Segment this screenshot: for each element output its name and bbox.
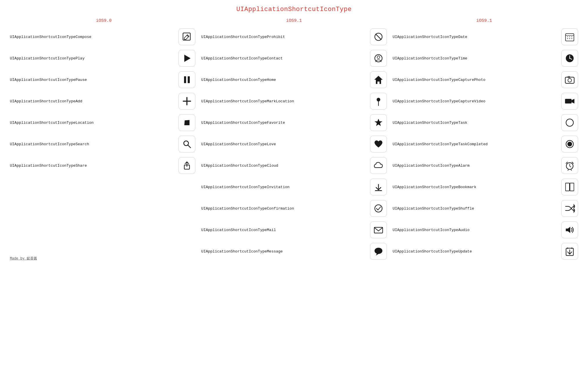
- message-icon: [370, 243, 387, 260]
- mail-icon: [370, 221, 387, 238]
- icon-label: UIApplicationShortcutIconTypeShuffle: [393, 206, 559, 211]
- svg-rect-52: [566, 183, 570, 191]
- svg-point-38: [568, 79, 572, 82]
- icon-label: UIApplicationShortcutIconTypeAudio: [393, 228, 559, 232]
- list-item: UIApplicationShortcutIconTypePause: [9, 69, 199, 90]
- svg-marker-41: [571, 99, 574, 103]
- list-item: UIApplicationShortcutIconTypeTime: [389, 48, 579, 69]
- svg-point-30: [567, 38, 568, 39]
- icon-label: UIApplicationShortcutIconTypeConfirmatio…: [201, 206, 367, 211]
- marklocation-icon: [370, 93, 387, 110]
- taskcompleted-icon: [561, 136, 578, 152]
- svg-rect-2: [184, 76, 186, 83]
- icon-label: UIApplicationShortcutIconTypeCompose: [10, 35, 176, 39]
- svg-point-31: [569, 38, 570, 39]
- icon-label: UIApplicationShortcutIconTypeSearch: [10, 142, 176, 146]
- audio-icon: [561, 221, 578, 238]
- svg-point-27: [567, 37, 568, 37]
- svg-point-32: [571, 38, 572, 39]
- favorite-icon: [370, 114, 387, 131]
- list-item: UIApplicationShortcutIconTypeBookmark: [389, 176, 579, 198]
- svg-point-14: [377, 56, 380, 59]
- page-title: UIApplicationShortcutIconType: [9, 6, 579, 13]
- location-icon: [178, 114, 195, 131]
- icon-label: UIApplicationShortcutIconTypeBookmark: [393, 185, 559, 189]
- col3-header: iOS9.1: [389, 18, 579, 23]
- list-item: UIApplicationShortcutIconTypeAdd: [9, 90, 199, 112]
- list-item: UIApplicationShortcutIconTypeContact: [199, 48, 389, 69]
- column-ios90: iOS9.0 UIApplicationShortcutIconTypeComp…: [9, 18, 199, 262]
- col2-header: iOS9.1: [199, 18, 389, 23]
- home-icon: [370, 71, 387, 88]
- icon-label: UIApplicationShortcutIconTypeAlarm: [393, 163, 559, 168]
- list-item: UIApplicationShortcutIconTypeMessage: [199, 241, 389, 262]
- icon-label: UIApplicationShortcutIconTypeTaskComplet…: [393, 142, 559, 146]
- svg-line-49: [572, 162, 573, 163]
- pause-icon: [178, 71, 195, 88]
- confirmation-icon: [370, 200, 387, 217]
- list-item: UIApplicationShortcutIconTypeProhibit: [199, 26, 389, 48]
- list-item: UIApplicationShortcutIconTypeMail: [199, 219, 389, 241]
- svg-point-44: [567, 142, 572, 146]
- svg-line-50: [568, 170, 569, 170]
- made-by-label: Made by 蚁香酱: [10, 256, 37, 261]
- list-item: UIApplicationShortcutIconTypeFavorite: [199, 112, 389, 133]
- svg-point-42: [566, 119, 573, 126]
- prohibit-icon: [370, 28, 387, 45]
- alarm-icon: [561, 157, 578, 174]
- search-icon: [178, 136, 195, 152]
- svg-point-28: [569, 37, 570, 37]
- svg-marker-18: [374, 119, 382, 126]
- list-item: UIApplicationShortcutIconTypeShare: [9, 155, 199, 176]
- list-item: UIApplicationShortcutIconTypeTask: [389, 112, 579, 133]
- icon-label: UIApplicationShortcutIconTypeMarkLocatio…: [201, 99, 367, 103]
- date-icon: [561, 28, 578, 45]
- columns-wrapper: iOS9.0 UIApplicationShortcutIconTypeComp…: [9, 18, 579, 262]
- list-item: UIApplicationShortcutIconTypeCompose: [9, 26, 199, 48]
- list-item: UIApplicationShortcutIconTypeCaptureVide…: [389, 90, 579, 112]
- icon-label: UIApplicationShortcutIconTypeMessage: [201, 249, 367, 254]
- icon-label: UIApplicationShortcutIconTypePlay: [10, 56, 176, 61]
- col1-header: iOS9.0: [9, 18, 199, 23]
- icon-label: UIApplicationShortcutIconTypeInvitation: [201, 185, 367, 189]
- icon-label: UIApplicationShortcutIconTypeCloud: [201, 163, 367, 168]
- icon-label: UIApplicationShortcutIconTypeTask: [393, 121, 559, 125]
- icon-label: UIApplicationShortcutIconTypeContact: [201, 56, 367, 61]
- capturevideo-icon: [561, 93, 578, 110]
- list-item: UIApplicationShortcutIconTypeInvitation: [199, 176, 389, 198]
- icon-label: UIApplicationShortcutIconTypeCaptureVide…: [393, 99, 559, 103]
- contact-icon: [370, 50, 387, 67]
- list-item: UIApplicationShortcutIconTypeMarkLocatio…: [199, 90, 389, 112]
- list-item: UIApplicationShortcutIconTypeLocation: [9, 112, 199, 133]
- capturephoto-icon: [561, 71, 578, 88]
- icon-label: UIApplicationShortcutIconTypeShare: [10, 163, 176, 168]
- shuffle-icon: [561, 200, 578, 217]
- add-icon: [178, 93, 195, 110]
- column-ios91-mid: iOS9.1 UIApplicationShortcutIconTypeProh…: [199, 18, 389, 262]
- list-item: UIApplicationShortcutIconTypeShuffle: [389, 198, 579, 219]
- svg-point-23: [374, 248, 382, 254]
- list-item: UIApplicationShortcutIconTypeUpdate: [389, 241, 579, 262]
- col1-footer: Made by 蚁香酱: [9, 247, 199, 262]
- svg-marker-6: [182, 118, 192, 128]
- bookmark-icon: [561, 179, 578, 195]
- list-item: UIApplicationShortcutIconTypeAudio: [389, 219, 579, 241]
- icon-label: UIApplicationShortcutIconTypeProhibit: [201, 35, 367, 39]
- svg-line-12: [376, 34, 381, 40]
- svg-rect-25: [566, 34, 574, 41]
- list-item: UIApplicationShortcutIconTypeAlarm: [389, 155, 579, 176]
- time-icon: [561, 50, 578, 67]
- list-item: UIApplicationShortcutIconTypeDate: [389, 26, 579, 48]
- svg-marker-15: [374, 76, 383, 84]
- svg-point-36: [569, 58, 570, 59]
- icon-label: UIApplicationShortcutIconTypeLove: [201, 142, 367, 146]
- svg-line-48: [566, 162, 567, 163]
- svg-rect-3: [188, 76, 190, 83]
- icon-label: UIApplicationShortcutIconTypeUpdate: [393, 249, 559, 254]
- icon-label: UIApplicationShortcutIconTypeDate: [393, 35, 559, 39]
- column-ios91-right: iOS9.1 UIApplicationShortcutIconTypeDate…: [389, 18, 579, 262]
- svg-rect-53: [570, 183, 574, 191]
- icon-label: UIApplicationShortcutIconTypeCapturePhot…: [393, 78, 559, 82]
- list-item: UIApplicationShortcutIconTypeConfirmatio…: [199, 198, 389, 219]
- list-item: UIApplicationShortcutIconTypeHome: [199, 69, 389, 90]
